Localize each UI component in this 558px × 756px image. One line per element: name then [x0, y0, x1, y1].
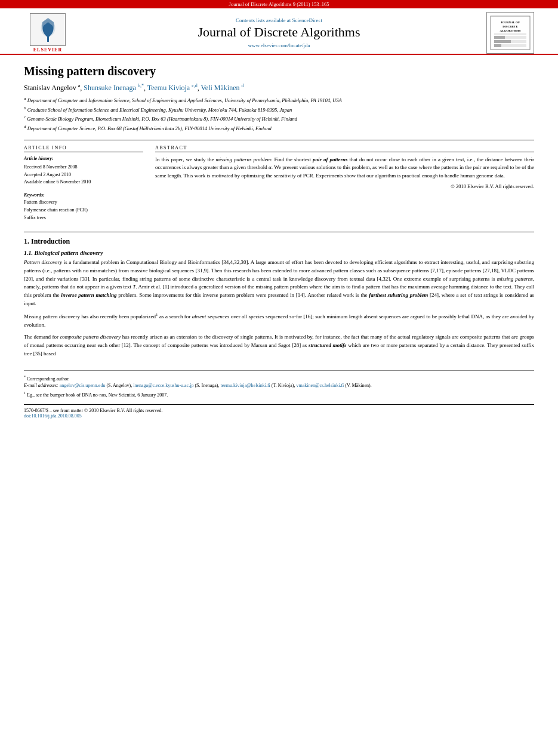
keyword-2: Polymerase chain reaction (PCR) — [24, 207, 143, 214]
header-center: Contents lists available at ScienceDirec… — [72, 15, 486, 51]
svg-rect-10 — [494, 36, 505, 39]
article-history-label: Article history: — [24, 156, 143, 161]
article-dates: Received 8 November 2008 Accepted 2 Augu… — [24, 164, 143, 186]
elsevier-label: ELSEVIER — [33, 47, 62, 53]
intro-paragraph-1: Pattern discovery is a fundamental probl… — [24, 259, 534, 309]
keywords-list: Pattern discovery Polymerase chain react… — [24, 199, 143, 222]
footnote-corresponding: * Corresponding author. E-mail addresses… — [24, 374, 534, 389]
affiliation-c: c Genome-Scale Biology Program, Biomedic… — [24, 115, 534, 123]
author-inenaga[interactable]: Shunsuke Inenaga b,* — [84, 84, 144, 92]
footnote-1: 1 Eg., see the bumper book of DNA no-nos… — [24, 391, 534, 398]
journal-logo-right: JOURNAL OF DISCRETE ALGORITHMS — [486, 12, 534, 54]
journal-url[interactable]: www.elsevier.com/locate/jda — [78, 42, 480, 48]
section-title-intro: 1. Introduction — [24, 237, 534, 246]
accepted-date: Accepted 2 August 2010 — [24, 171, 143, 179]
received-date: Received 8 November 2008 — [24, 164, 143, 171]
main-content: Missing pattern discovery Stanislav Ange… — [0, 55, 558, 431]
abstract-header: ABSTRACT — [155, 145, 534, 152]
svg-text:ALGORITHMS: ALGORITHMS — [500, 29, 520, 32]
author-makinen[interactable]: Veli Mäkinen d — [201, 84, 244, 92]
available-date: Available online 6 November 2010 — [24, 179, 143, 186]
keywords-label: Keywords: — [24, 192, 143, 198]
article-info-header: ARTICLE INFO — [24, 145, 143, 152]
divider-2 — [24, 232, 534, 232]
affiliation-d: d Department of Computer Science, P.O. B… — [24, 124, 534, 133]
abstract-column: ABSTRACT In this paper, we study the mis… — [155, 145, 534, 222]
intro-paragraph-3: The demand for composite pattern discove… — [24, 333, 534, 358]
footnote-emails: E-mail addresses: angelov@cis.upenn.edu … — [24, 383, 372, 388]
keyword-1: Pattern discovery — [24, 199, 143, 207]
journal-title: Journal of Discrete Algorithms — [78, 24, 480, 40]
intro-paragraph-2: Missing pattern discovery has also recen… — [24, 312, 534, 330]
elsevier-logo-image — [30, 13, 66, 46]
top-banner: Journal of Discrete Algorithms 9 (2011) … — [0, 0, 558, 8]
elsevier-logo: ELSEVIER — [24, 13, 72, 53]
article-title: Missing pattern discovery — [24, 64, 534, 78]
page-footer: 1570-8667/$ – see front matter © 2010 El… — [24, 404, 534, 419]
footnotes-section: * Corresponding author. E-mail addresses… — [24, 370, 534, 398]
subsection-title-1-1: 1.1. Biological pattern discovery — [24, 250, 534, 256]
svg-rect-12 — [494, 44, 501, 47]
article-info-abstract-layout: ARTICLE INFO Article history: Received 8… — [24, 145, 534, 222]
sciencedirect-line: Contents lists available at ScienceDirec… — [78, 17, 480, 23]
keywords-section: Keywords: Pattern discovery Polymerase c… — [24, 192, 143, 222]
journal-header: ELSEVIER Contents lists available at Sci… — [0, 8, 558, 55]
author-kivioja[interactable]: Teemu Kivioja c,d — [147, 84, 198, 92]
journal-citation: Journal of Discrete Algorithms 9 (2011) … — [229, 1, 329, 7]
svg-text:JOURNAL OF: JOURNAL OF — [501, 21, 520, 24]
sciencedirect-link-text[interactable]: ScienceDirect — [292, 17, 322, 23]
article-info-column: ARTICLE INFO Article history: Received 8… — [24, 145, 143, 222]
keyword-3: Suffix trees — [24, 214, 143, 222]
svg-text:DISCRETE: DISCRETE — [502, 25, 518, 28]
authors: Stanislav Angelov a, Shunsuke Inenaga b,… — [24, 83, 534, 93]
affiliations: a Department of Computer and Information… — [24, 96, 534, 133]
affiliation-a: a Department of Computer and Information… — [24, 96, 534, 105]
affiliation-b: b Graduate School of Information Science… — [24, 106, 534, 114]
footer-issn: 1570-8667/$ – see front matter © 2010 El… — [24, 408, 534, 413]
abstract-text: In this paper, we study the missing patt… — [155, 156, 534, 180]
section-introduction: 1. Introduction 1.1. Biological pattern … — [24, 237, 534, 358]
copyright: © 2010 Elsevier B.V. All rights reserved… — [155, 183, 534, 189]
svg-rect-11 — [494, 40, 511, 43]
divider-1 — [24, 140, 534, 140]
footer-doi[interactable]: doi:10.1016/j.jda.2010.08.005 — [24, 413, 534, 419]
subsection-1-1: 1.1. Biological pattern discovery Patter… — [24, 250, 534, 358]
author-angelov: Stanislav Angelov a — [24, 84, 80, 92]
